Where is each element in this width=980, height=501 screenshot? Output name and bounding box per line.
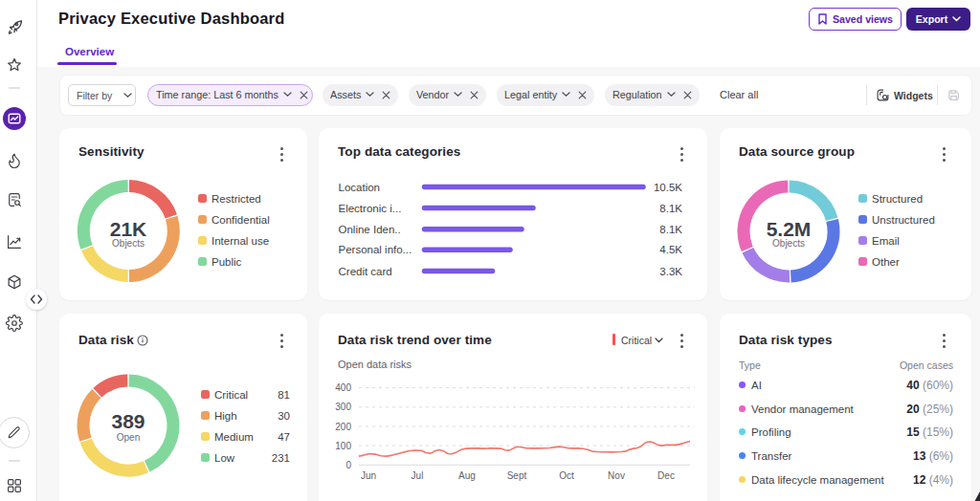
svg-text:Jul: Jul	[412, 470, 424, 481]
svg-text:Online Iden..: Online Iden..	[339, 224, 401, 235]
svg-text:10.5K: 10.5K	[654, 182, 682, 193]
svg-text:Dec: Dec	[657, 470, 675, 481]
svg-text:Oct: Oct	[559, 470, 574, 481]
svg-text:Electronic i...: Electronic i...	[339, 203, 402, 214]
svg-text:8.1K: 8.1K	[659, 224, 682, 235]
svg-text:200: 200	[335, 422, 351, 432]
svg-text:300: 300	[335, 402, 351, 412]
svg-text:3.3K: 3.3K	[659, 266, 682, 277]
svg-text:Location: Location	[339, 182, 380, 193]
svg-text:Sept: Sept	[507, 470, 527, 481]
svg-text:Aug: Aug	[458, 470, 476, 481]
svg-text:400: 400	[335, 382, 351, 393]
svg-text:0: 0	[345, 460, 351, 470]
svg-text:8.1K: 8.1K	[659, 203, 682, 214]
svg-text:Nov: Nov	[608, 470, 625, 481]
svg-text:100: 100	[335, 441, 351, 451]
svg-text:Personal info...: Personal info...	[339, 244, 412, 255]
svg-text:Jun: Jun	[361, 470, 376, 481]
svg-text:Credit card: Credit card	[339, 266, 392, 277]
svg-text:4.5K: 4.5K	[659, 244, 682, 255]
